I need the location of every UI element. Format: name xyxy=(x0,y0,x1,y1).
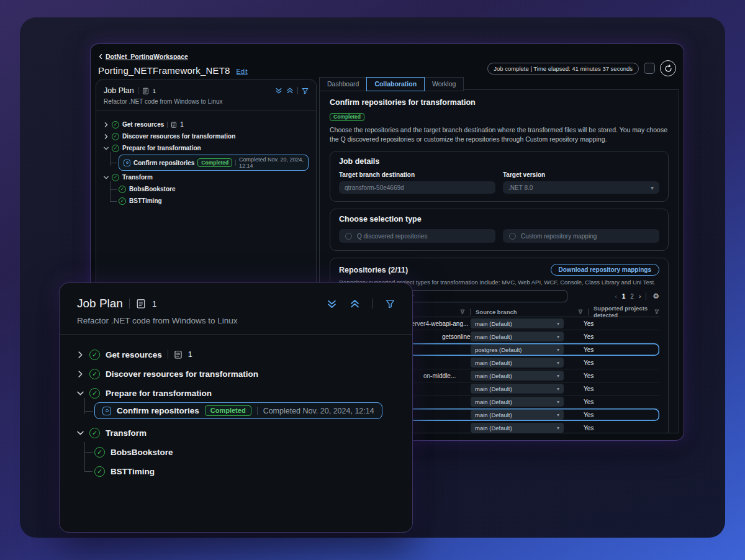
repositories-title: Repositories (2/11) xyxy=(339,266,408,274)
current-step-icon xyxy=(102,407,111,415)
source-branch-select[interactable]: main (Default)▾ xyxy=(471,358,564,368)
source-branch-select[interactable]: main (Default)▾ xyxy=(471,410,564,420)
tree-item-transform[interactable]: ✓ Transform xyxy=(104,171,309,183)
tree-item-bsttiming[interactable]: ✓ BSTTiming xyxy=(94,464,395,479)
source-branch-select[interactable]: main (Default)▾ xyxy=(471,397,564,407)
job-plan-panel-zoomed: Job Plan 1 Refactor .NET code from Windo… xyxy=(59,282,413,533)
column-source-branch: Source branch xyxy=(476,309,517,315)
radio-icon xyxy=(345,233,352,240)
chevron-down-icon: ▾ xyxy=(651,184,654,191)
filter-icon[interactable] xyxy=(386,299,395,309)
filter-icon[interactable] xyxy=(302,88,309,94)
chevron-right-icon xyxy=(104,134,109,139)
tab-worklog[interactable]: Worklog xyxy=(424,77,464,91)
chevron-down-icon: ▾ xyxy=(557,334,559,340)
refresh-icon xyxy=(664,65,672,73)
tree-item-label: Confirm repositories xyxy=(133,160,194,166)
tree-item-discover[interactable]: ✓ Discover resources for transformation xyxy=(77,366,395,381)
tree-item-prepare[interactable]: ✓ Prepare for transformation xyxy=(77,386,395,400)
target-version-value: .NET 8.0 xyxy=(508,184,533,191)
download-mappings-button[interactable]: Download repository mappings xyxy=(551,264,659,276)
tree-item-transform[interactable]: ✓ Transform xyxy=(77,425,395,440)
tree-item-get-resources[interactable]: ✓ Get resources 1 xyxy=(104,119,309,130)
chevron-right-icon xyxy=(77,371,84,377)
supported-value: Yes xyxy=(584,399,594,405)
filter-icon[interactable] xyxy=(654,309,659,314)
tree-item-bsttiming[interactable]: ✓ BSTTiming xyxy=(119,195,309,207)
target-branch-input: qtransform-50e4669d xyxy=(339,181,495,194)
chevron-down-icon xyxy=(104,175,109,180)
tree-item-get-resources[interactable]: ✓ Get resources 1 xyxy=(77,347,395,362)
breadcrumb[interactable]: DotNet_PortingWorkspace xyxy=(98,53,188,60)
filter-icon[interactable] xyxy=(578,309,583,314)
page-2[interactable]: 2 xyxy=(630,293,634,300)
source-branch-select[interactable]: main (Default)▾ xyxy=(471,423,564,433)
page-next-icon[interactable]: › xyxy=(639,293,641,300)
tree-item-label: Confirm repositories xyxy=(117,406,199,415)
success-check-icon: ✓ xyxy=(112,121,119,129)
tree-item-discover[interactable]: ✓ Discover resources for transformation xyxy=(104,130,309,142)
chevron-down-icon xyxy=(77,390,84,397)
page-prev-icon[interactable]: ‹ xyxy=(615,293,616,300)
job-plan-subtitle: Refactor .NET code from Windows to Linux xyxy=(77,316,395,325)
job-plan-tree: ✓ Get resources 1 ✓ Discover resources f… xyxy=(77,347,395,479)
source-branch-select[interactable]: postgres (Default)▾ xyxy=(471,345,564,355)
filter-icon[interactable] xyxy=(460,309,465,314)
tab-collaboration[interactable]: Collaboration xyxy=(366,77,425,91)
completed-timestamp: Completed Nov. 20, 2024, 12:14 xyxy=(239,156,304,169)
tree-item-label: Discover resources for transformation xyxy=(122,133,235,140)
tree-item-prepare[interactable]: ✓ Prepare for transformation xyxy=(104,142,309,154)
chevron-down-icon: ▾ xyxy=(557,321,559,327)
section-heading: Confirm repositories for transformation xyxy=(330,98,669,107)
job-plan-count: 1 xyxy=(153,88,156,94)
source-branch-select[interactable]: main (Default)▾ xyxy=(471,384,564,394)
clipboard-icon xyxy=(174,350,183,359)
collapse-all-icon[interactable] xyxy=(350,299,360,309)
source-branch-select[interactable]: main (Default)▾ xyxy=(471,371,564,381)
success-check-icon: ✓ xyxy=(94,466,105,477)
tree-item-count: 1 xyxy=(180,121,184,128)
tree-item-label: BobsBookstore xyxy=(111,448,173,457)
field-label: Target version xyxy=(503,171,659,178)
job-plan-subtitle: Refactor .NET code from Windows to Linux xyxy=(104,98,309,105)
job-plan-tree: ✓ Get resources 1 ✓ Discover resources f… xyxy=(104,119,309,207)
page-1[interactable]: 1 xyxy=(622,293,626,300)
collapse-all-icon[interactable] xyxy=(286,87,294,94)
radio-label: Q discovered repositories xyxy=(357,233,427,240)
supported-value: Yes xyxy=(584,320,594,327)
chevron-down-icon xyxy=(104,146,109,151)
chevron-down-icon: ▾ xyxy=(557,399,559,405)
tree-item-confirm-repositories[interactable]: Confirm repositories Completed Completed… xyxy=(119,155,309,171)
tab-dashboard[interactable]: Dashboard xyxy=(319,77,367,91)
source-branch-select[interactable]: main (Default)▾ xyxy=(471,318,564,328)
divider xyxy=(646,292,646,300)
success-check-icon: ✓ xyxy=(119,186,126,193)
expand-all-icon[interactable] xyxy=(275,87,282,94)
secondary-action-button[interactable] xyxy=(644,63,655,74)
completed-timestamp: Completed Nov. 20, 2024, 12:14 xyxy=(263,407,374,415)
job-plan-title: Job Plan xyxy=(77,297,123,310)
supported-value: Yes xyxy=(584,346,594,353)
expand-all-icon[interactable] xyxy=(327,299,337,309)
divider xyxy=(372,299,373,309)
divider xyxy=(168,350,168,359)
tree-item-bobsbookstore[interactable]: ✓ BobsBookstore xyxy=(119,183,309,195)
tree-item-confirm-repositories[interactable]: Confirm repositories Completed Completed… xyxy=(94,402,382,419)
chevron-down-icon: ▾ xyxy=(557,425,559,431)
divider xyxy=(257,407,258,415)
edit-link[interactable]: Edit xyxy=(237,68,248,75)
target-branch-value: qtransform-50e4669d xyxy=(345,184,404,191)
tab-bar: Dashboard Collaboration Worklog xyxy=(319,77,464,91)
clipboard-icon xyxy=(171,122,177,128)
chevron-right-icon xyxy=(104,122,109,127)
refresh-button[interactable] xyxy=(660,60,676,76)
current-step-icon xyxy=(124,160,130,166)
source-branch-select[interactable]: main (Default)▾ xyxy=(471,332,564,341)
tree-item-bobsbookstore[interactable]: ✓ BobsBookstore xyxy=(94,445,395,459)
clipboard-icon xyxy=(142,88,149,94)
gear-icon[interactable]: ⚙ xyxy=(652,292,659,300)
tree-item-label: Discover resources for transformation xyxy=(106,369,258,379)
supported-value: Yes xyxy=(584,359,594,366)
divider xyxy=(60,334,412,335)
success-check-icon: ✓ xyxy=(112,174,119,181)
